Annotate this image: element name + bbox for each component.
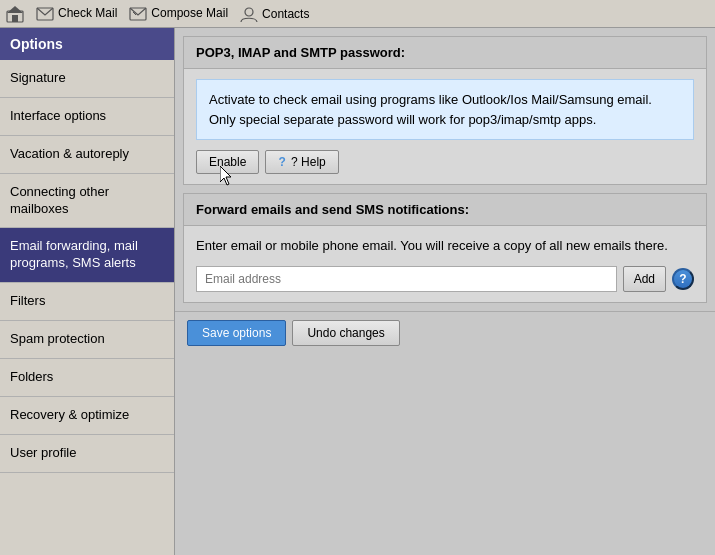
- sidebar-title: Options: [0, 28, 174, 60]
- sidebar: Options Signature Interface options Vaca…: [0, 28, 175, 555]
- sidebar-item-interface-options[interactable]: Interface options: [0, 98, 174, 136]
- enable-button-container: Enable: [196, 150, 259, 174]
- enable-button[interactable]: Enable: [196, 150, 259, 174]
- toolbar: Check Mail Compose Mail Contacts: [0, 0, 715, 28]
- main-container: Options Signature Interface options Vaca…: [0, 28, 715, 555]
- forward-panel-header: Forward emails and send SMS notification…: [184, 194, 706, 226]
- compose-mail-icon: [129, 6, 147, 21]
- compose-mail-button[interactable]: Compose Mail: [129, 6, 228, 21]
- svg-rect-2: [12, 15, 18, 22]
- save-options-button[interactable]: Save options: [187, 320, 286, 346]
- sidebar-item-email-forwarding[interactable]: Email forwarding, mail programs, SMS ale…: [0, 228, 174, 283]
- forward-panel-body: Enter email or mobile phone email. You w…: [184, 226, 706, 302]
- sidebar-item-connecting-mailboxes[interactable]: Connecting other mailboxes: [0, 174, 174, 229]
- sidebar-item-recovery-optimize[interactable]: Recovery & optimize: [0, 397, 174, 435]
- contacts-label: Contacts: [262, 7, 309, 21]
- content-area: POP3, IMAP and SMTP password: Activate t…: [175, 28, 715, 555]
- check-mail-button[interactable]: Check Mail: [36, 6, 117, 21]
- sidebar-item-signature[interactable]: Signature: [0, 60, 174, 98]
- compose-mail-label: Compose Mail: [151, 6, 228, 20]
- contacts-button[interactable]: Contacts: [240, 5, 309, 23]
- forward-panel: Forward emails and send SMS notification…: [183, 193, 707, 303]
- contacts-icon: [240, 5, 258, 23]
- help-button[interactable]: ? ? Help: [265, 150, 338, 174]
- sidebar-item-filters[interactable]: Filters: [0, 283, 174, 321]
- pop3-info-box: Activate to check email using programs l…: [196, 79, 694, 140]
- sidebar-item-spam-protection[interactable]: Spam protection: [0, 321, 174, 359]
- home-icon: [6, 5, 24, 23]
- sidebar-item-vacation-autoreply[interactable]: Vacation & autoreply: [0, 136, 174, 174]
- pop3-panel-header: POP3, IMAP and SMTP password:: [184, 37, 706, 69]
- email-address-input[interactable]: [196, 266, 617, 292]
- action-buttons-row: Save options Undo changes: [175, 311, 715, 354]
- email-input-row: Add ?: [196, 266, 694, 292]
- add-button[interactable]: Add: [623, 266, 666, 292]
- pop3-panel: POP3, IMAP and SMTP password: Activate t…: [183, 36, 707, 185]
- forward-description: Enter email or mobile phone email. You w…: [196, 236, 694, 256]
- undo-changes-button[interactable]: Undo changes: [292, 320, 399, 346]
- help-icon-circle: ?: [278, 155, 285, 169]
- check-mail-label: Check Mail: [58, 6, 117, 20]
- check-mail-icon: [36, 6, 54, 21]
- svg-marker-1: [7, 6, 23, 13]
- pop3-panel-body: Activate to check email using programs l…: [184, 69, 706, 184]
- svg-point-6: [245, 8, 253, 16]
- sidebar-item-folders[interactable]: Folders: [0, 359, 174, 397]
- home-button[interactable]: [6, 5, 24, 23]
- pop3-button-row: Enable ? ? Help: [196, 150, 694, 174]
- forward-help-button[interactable]: ?: [672, 268, 694, 290]
- sidebar-item-user-profile[interactable]: User profile: [0, 435, 174, 473]
